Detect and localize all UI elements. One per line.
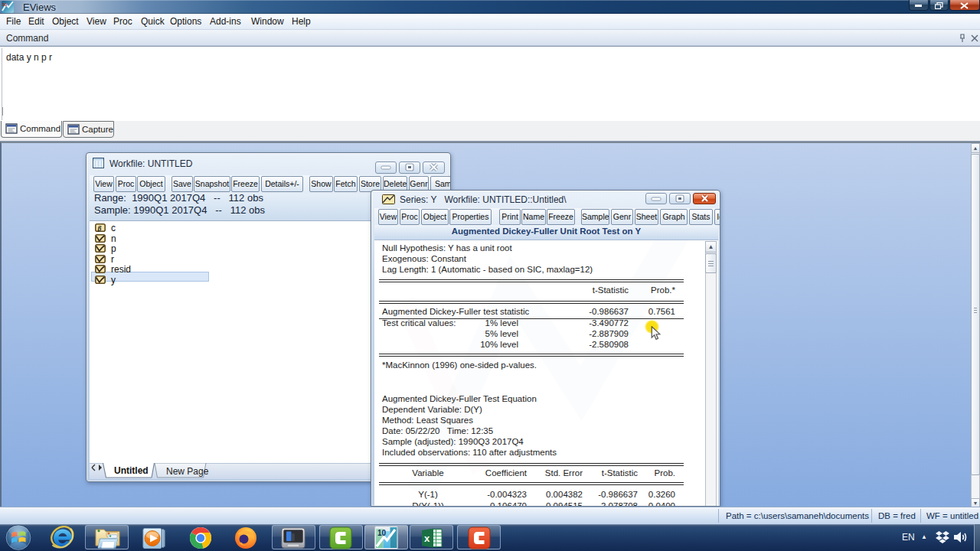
svg-text:β: β: [97, 225, 102, 232]
svg-text:10: 10: [2, 2, 7, 7]
svg-text:10: 10: [377, 529, 387, 537]
svg-text:x: x: [424, 533, 430, 544]
